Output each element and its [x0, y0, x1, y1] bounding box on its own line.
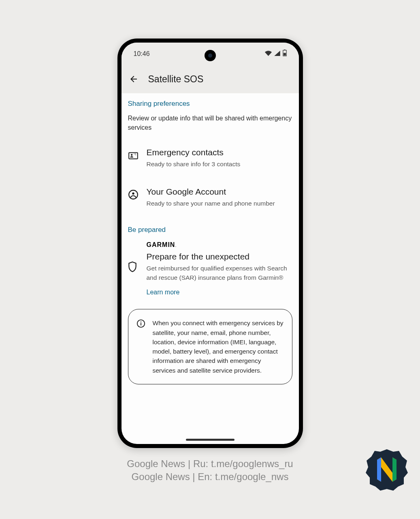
info-icon — [136, 319, 145, 328]
signal-icon — [274, 50, 280, 58]
info-card: When you connect with emergency services… — [128, 309, 292, 384]
info-text: When you connect with emergency services… — [153, 318, 284, 375]
wifi-icon — [265, 50, 272, 58]
phone-screen: 10:46 Satellite SOS Sharing preferences — [122, 43, 299, 444]
shield-icon — [128, 262, 139, 272]
page-title: Satellite SOS — [148, 74, 204, 85]
source-badge — [365, 448, 409, 491]
battery-icon — [283, 49, 287, 58]
sharing-desc: Review or update info that will be share… — [128, 114, 292, 132]
garmin-title: Prepare for the unexpected — [147, 252, 292, 262]
emergency-contacts-item[interactable]: Emergency contacts Ready to share info f… — [128, 148, 292, 169]
content-area: Sharing preferences Review or update inf… — [122, 93, 299, 384]
prepared-header: Be prepared — [128, 226, 292, 234]
contact-card-icon — [128, 150, 139, 161]
caption-line1: Google News | Ru: t.me/googlenws_ru — [127, 458, 293, 470]
garmin-desc: Get reimbursed for qualified expenses wi… — [147, 264, 292, 282]
google-account-desc: Ready to share your name and phone numbe… — [147, 199, 292, 208]
caption-line2: Google News | En: t.me/google_nws — [132, 471, 289, 483]
n-logo-icon — [375, 457, 398, 483]
emergency-contacts-title: Emergency contacts — [147, 148, 292, 157]
svg-rect-3 — [129, 153, 138, 159]
garmin-item[interactable]: GARMIN Prepare for the unexpected Get re… — [128, 241, 292, 296]
emergency-contacts-desc: Ready to share info for 3 contacts — [147, 160, 292, 169]
status-time: 10:46 — [134, 50, 150, 58]
svg-point-4 — [131, 154, 132, 156]
google-account-title: Your Google Account — [147, 187, 292, 197]
arrow-back-icon — [129, 74, 139, 84]
app-bar: Satellite SOS — [122, 65, 299, 93]
back-button[interactable] — [129, 74, 139, 84]
sharing-header: Sharing preferences — [128, 100, 292, 108]
svg-point-9 — [140, 322, 141, 322]
garmin-logo: GARMIN — [147, 241, 292, 249]
nav-handle[interactable] — [186, 439, 235, 441]
camera-cutout — [205, 50, 216, 61]
google-account-item[interactable]: Your Google Account Ready to share your … — [128, 187, 292, 208]
phone-frame: 10:46 Satellite SOS Sharing preferences — [117, 39, 303, 448]
svg-rect-2 — [284, 53, 286, 56]
svg-point-6 — [132, 192, 134, 194]
svg-rect-8 — [141, 323, 141, 325]
learn-more-link[interactable]: Learn more — [147, 289, 292, 296]
account-circle-icon — [128, 189, 139, 200]
